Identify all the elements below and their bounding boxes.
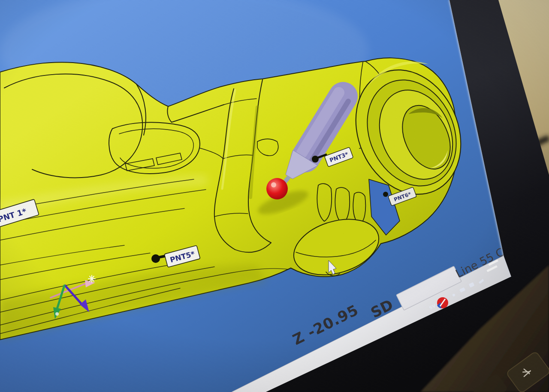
photo-of-laptop-screen: PNT 1* PNT3* PNT5*: [0, 0, 549, 392]
photo-vignette: [0, 0, 549, 392]
